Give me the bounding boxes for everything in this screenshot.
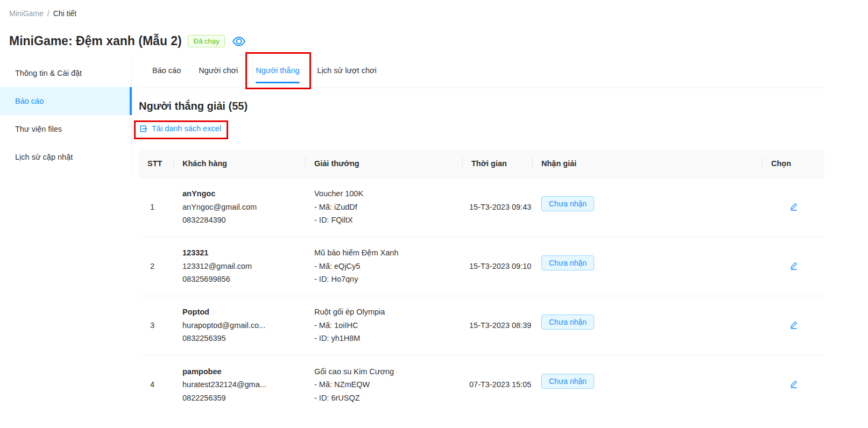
customer-phone: 0832284390 — [182, 213, 297, 227]
cell-customer: pampobee huratest232124@gma... 082225635… — [174, 355, 306, 414]
breadcrumb-item-minigame[interactable]: MiniGame — [9, 9, 44, 18]
cell-stt: 3 — [139, 296, 174, 355]
breadcrumb-separator: / — [47, 9, 50, 18]
tab-label: Người chơi — [199, 66, 238, 75]
table-header: STTKhách hàngGiải thưởngThời gianNhận gi… — [139, 149, 824, 178]
customer-phone: 0822256359 — [182, 391, 297, 405]
column-header-4: Nhận giải — [533, 149, 763, 178]
export-link-wrapper: Tải danh sách excel — [139, 124, 221, 134]
column-header-0: STT — [139, 149, 174, 178]
sidebar-item-3[interactable]: Lịch sử cập nhật — [0, 143, 131, 171]
prize-id: - ID: 6rUSQZ — [314, 391, 454, 405]
tab-3[interactable]: Lịch sử lượt chơi — [317, 57, 377, 88]
column-header-3: Thời gian — [463, 149, 533, 178]
cell-stt: 1 — [139, 177, 174, 237]
cell-prize: Gối cao su Kim Cương - Mã: NZmEQW - ID: … — [306, 355, 463, 414]
cell-receive-status: Chưa nhận — [533, 296, 763, 355]
cell-prize: Voucher 100K - Mã: iZudDf - ID: FQiltX — [306, 177, 463, 237]
column-header-2: Giải thưởng — [306, 149, 463, 178]
cell-time: 07-T3-2023 15:05 — [463, 355, 533, 414]
content-panel: Báo cáo Người chơi Người thắng Lịch sử l… — [132, 57, 868, 414]
cell-receive-status: Chưa nhận — [533, 355, 763, 414]
eye-icon[interactable] — [232, 34, 246, 48]
sidebar-menu: Thông tin & Cài đặt Báo cáo Thư viện fil… — [0, 59, 132, 171]
prize-id: - ID: yh1H8M — [314, 332, 454, 345]
sidebar-item-2[interactable]: Thư viện files — [0, 115, 131, 143]
customer-email: anYngoc@gmail.com — [182, 201, 297, 214]
cell-receive-status: Chưa nhận — [533, 237, 763, 296]
tab-0[interactable]: Báo cáo — [152, 57, 181, 88]
breadcrumb: MiniGame/Chi tiết — [0, 0, 868, 18]
column-header-5: Chọn — [763, 149, 824, 178]
table-header-row: STTKhách hàngGiải thưởngThời gianNhận gi… — [139, 149, 824, 178]
sidebar-item-label: Thông tin & Cài đặt — [15, 69, 82, 77]
prize-code: - Mã: 1oiIHC — [314, 319, 454, 332]
customer-name: pampobee — [182, 365, 297, 379]
customer-name: Poptod — [182, 305, 297, 319]
prize-code: - Mã: NZmEQW — [314, 378, 454, 391]
table-row: 4 pampobee huratest232124@gma... 0822256… — [139, 355, 824, 414]
prize-code: - Mã: eQjCy5 — [314, 260, 454, 273]
customer-phone: 08325699856 — [182, 273, 297, 286]
cell-customer: anYngoc anYngoc@gmail.com 0832284390 — [174, 177, 306, 237]
cell-time: 15-T3-2023 09:43 — [463, 177, 533, 237]
cell-time: 15-T3-2023 08:39 — [463, 296, 533, 355]
edit-icon[interactable] — [789, 261, 799, 270]
sidebar-item-0[interactable]: Thông tin & Cài đặt — [0, 59, 131, 87]
export-icon — [139, 125, 147, 133]
download-excel-label: Tải danh sách excel — [152, 124, 221, 133]
customer-name: anYngoc — [182, 187, 297, 201]
sidebar-item-label: Báo cáo — [15, 97, 44, 105]
tab-ink-bar — [256, 82, 299, 83]
status-badge-not-received: Chưa nhận — [541, 315, 594, 330]
sidebar-item-1[interactable]: Báo cáo — [0, 87, 131, 115]
prize-name: Mũ bảo hiểm Đệm Xanh — [314, 246, 454, 260]
prize-id: - ID: FQiltX — [314, 213, 454, 227]
tab-2[interactable]: Người thắng — [256, 57, 299, 88]
customer-email: hurapoptod@gmail.co... — [182, 319, 297, 332]
prize-name: Voucher 100K — [314, 187, 454, 201]
prize-id: - ID: Ho7qny — [314, 273, 454, 286]
cell-choose — [763, 355, 824, 414]
cell-prize: Mũ bảo hiểm Đệm Xanh - Mã: eQjCy5 - ID: … — [306, 237, 463, 296]
download-excel-link[interactable]: Tải danh sách excel — [139, 124, 221, 133]
cell-choose — [763, 296, 824, 355]
customer-phone: 0832256395 — [182, 332, 297, 345]
status-badge: Đã chạy — [188, 35, 225, 47]
winners-table: STTKhách hàngGiải thưởngThời gianNhận gi… — [139, 149, 824, 415]
tab-label: Báo cáo — [152, 66, 181, 75]
edit-icon[interactable] — [789, 379, 799, 389]
edit-icon[interactable] — [789, 320, 799, 330]
tab-bar: Báo cáo Người chơi Người thắng Lịch sử l… — [139, 57, 824, 88]
column-header-1: Khách hàng — [174, 149, 306, 178]
prize-code: - Mã: iZudDf — [314, 201, 454, 214]
cell-stt: 2 — [139, 237, 174, 296]
prize-name: Ruột gối ép Olympia — [314, 305, 454, 319]
customer-email: huratest232124@gma... — [182, 378, 297, 391]
sidebar-item-label: Lịch sử cập nhật — [15, 153, 73, 161]
cell-prize: Ruột gối ép Olympia - Mã: 1oiIHC - ID: y… — [306, 296, 463, 355]
sidebar-item-label: Thư viện files — [15, 125, 62, 133]
breadcrumb-item-current: Chi tiết — [53, 9, 77, 18]
page-title: MiniGame: Đệm xanh (Mẫu 2) — [9, 34, 182, 48]
cell-customer: Poptod hurapoptod@gmail.co... 0832256395 — [174, 296, 306, 355]
cell-customer: 123321 123312@gmail.com 08325699856 — [174, 237, 306, 296]
edit-icon[interactable] — [789, 202, 799, 211]
cell-time: 15-T3-2023 09:10 — [463, 237, 533, 296]
cell-receive-status: Chưa nhận — [533, 177, 763, 237]
cell-choose — [763, 177, 824, 237]
prize-name: Gối cao su Kim Cương — [314, 365, 454, 379]
table-row: 3 Poptod hurapoptod@gmail.co... 08322563… — [139, 296, 824, 355]
status-badge-not-received: Chưa nhận — [541, 255, 594, 270]
table-body: 1 anYngoc anYngoc@gmail.com 0832284390 V… — [139, 177, 824, 414]
cell-choose — [763, 237, 824, 296]
status-badge-not-received: Chưa nhận — [541, 374, 594, 389]
sidebar: Thông tin & Cài đặt Báo cáo Thư viện fil… — [0, 57, 132, 171]
section-title: Người thắng giải (55) — [139, 100, 824, 112]
tab-1[interactable]: Người chơi — [199, 57, 238, 88]
customer-name: 123321 — [182, 246, 297, 260]
main-layout: Thông tin & Cài đặt Báo cáo Thư viện fil… — [0, 57, 868, 414]
tab-label: Người thắng — [256, 66, 299, 75]
cell-stt: 4 — [139, 355, 174, 414]
customer-email: 123312@gmail.com — [182, 260, 297, 273]
